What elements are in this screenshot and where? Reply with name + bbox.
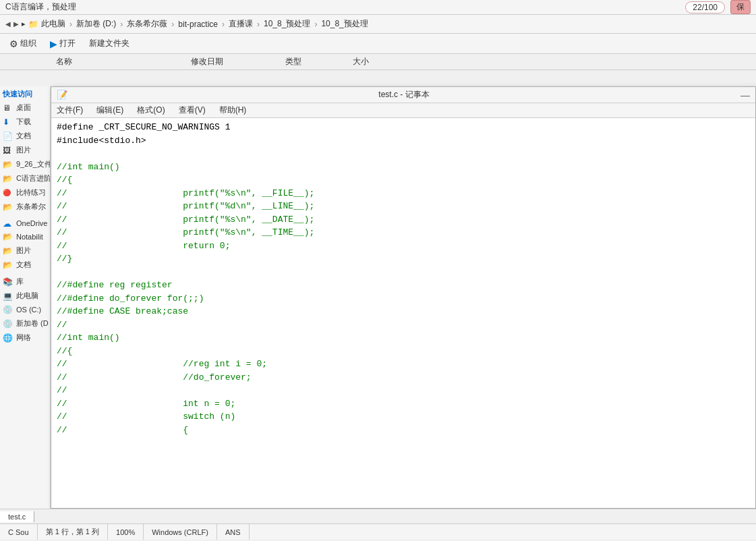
code-line-16: // [57,320,67,330]
nav-bar: ◀ ▶ ▸ 📁 此电脑 › 新加卷 (D:) › 东条希尔薇 › bit-pra… [0,15,756,34]
bottom-area: test.c C Sou 第 1 行，第 1 列 100% Windows (C… [0,509,756,541]
code-line-2: #include<stdio.h> [57,136,146,146]
sep6: › [314,20,317,29]
open-button[interactable]: ▶ 打开 [46,36,80,51]
forward-arrow[interactable]: ▶ [13,20,19,28]
status-position: 第 1 行，第 1 列 [38,524,108,540]
sidebar-item-osdrive[interactable]: OS (C:) [0,303,50,316]
pics2-label: 图片 [16,246,31,256]
status-line-ending: Windows (CRLF) [144,524,217,540]
code-line-10: // return 0; [57,241,230,251]
organize-label: 组织 [20,38,36,49]
code-line-6: // printf("%s\n", __FILE__); [57,188,314,198]
status-encoding: ANS [217,524,250,540]
thispc-icon [3,291,13,301]
sidebar-item-onedrive[interactable]: OneDrive [0,217,50,230]
notepad-close-button[interactable]: — [740,90,750,101]
score-badge: 22/100 [685,1,725,13]
nav-folder2[interactable]: bit-practice [178,20,218,29]
sidebar-item-pics[interactable]: 图片 [0,143,50,157]
save-button[interactable]: 保 [730,0,751,14]
menu-file[interactable]: 文件(F) [54,105,86,116]
nav-folder5[interactable]: 10_8_预处理 [321,18,368,30]
sidebar-item-926[interactable]: 9_26_文件 [0,157,50,171]
col-name[interactable]: 名称 [51,56,185,67]
main-area: 快速访问 桌面 下载 文档 图片 9_26_文件 [0,86,756,509]
sidebar-item-docs2[interactable]: 文档 [0,258,50,272]
menu-edit[interactable]: 编辑(E) [94,105,126,116]
code-line-17: //int main() [57,333,120,343]
nav-folder4[interactable]: 10_8_预处理 [264,18,310,30]
folder-926-icon [3,160,13,169]
col-type[interactable]: 类型 [280,56,347,67]
desktop-label: 桌面 [16,103,31,113]
col-size[interactable]: 大小 [347,56,401,67]
osdrive-icon [3,305,13,314]
sep4: › [222,20,225,29]
notepad-title-icon: 📝 [57,90,67,100]
sidebar-item-bitex[interactable]: 比特练习 [0,186,50,200]
dongtiaoxi-icon [3,202,13,212]
bitex-icon [3,188,13,198]
code-line-1: #define _CRT_SECURE_NO_WARNINGS 1 [57,122,230,132]
new-folder-button[interactable]: 新建文件夹 [85,36,134,51]
newdrive-label: 新加卷 (D [16,318,49,329]
status-zoom: 100% [108,524,144,540]
code-line-20: // //do_forever; [57,372,252,382]
nav-folder1[interactable]: 东条希尔薇 [127,18,167,30]
notability-icon [3,232,13,241]
quick-access-label: 快速访问 [0,86,50,101]
code-line-4: //int main() [57,162,120,172]
tab-testc[interactable]: test.c [0,511,34,522]
sidebar-item-desktop[interactable]: 桌面 [0,101,50,115]
nav-drive[interactable]: 新加卷 (D:) [76,18,116,30]
code-line-19: // //reg int i = 0; [57,359,267,369]
sidebar-item-newdrive[interactable]: 新加卷 (D [0,316,50,331]
title-text: C语言编译，预处理 [5,1,76,13]
onedrive-label: OneDrive [16,219,47,227]
nav-separator: ▸ [22,20,26,28]
sep1: › [69,20,72,29]
nav-folder3[interactable]: 直播课 [229,18,253,30]
sidebar-item-docs[interactable]: 文档 [0,129,50,143]
notepad-titlebar: 📝 test.c - 记事本 — [51,87,755,103]
tab-bar: test.c [0,509,756,523]
notepad-title: test.c - 记事本 [378,89,429,101]
thispc-label: 此电脑 [16,291,38,301]
sidebar-item-network[interactable]: 网络 [0,331,50,345]
code-line-24: // { [57,425,188,435]
code-line-21: // [57,385,67,395]
col-modified[interactable]: 修改日期 [185,56,280,67]
open-label: 打开 [59,38,76,49]
sidebar-item-lib[interactable]: 库 [0,275,50,289]
sidebar-item-notability[interactable]: Notabilit [0,230,50,244]
nav-this-pc[interactable]: 此电脑 [41,18,65,30]
folder-icon: 📁 [28,20,38,29]
notepad-content[interactable]: #define _CRT_SECURE_NO_WARNINGS 1 #inclu… [51,118,755,508]
docs2-label: 文档 [16,260,31,270]
menu-format[interactable]: 格式(O) [134,105,167,116]
sidebar-item-dongtiaoxi[interactable]: 东条希尔 [0,200,50,214]
code-line-15: //#define CASE break;case [57,306,188,316]
back-arrow[interactable]: ◀ [5,20,11,28]
sep5: › [257,20,260,29]
sidebar-item-clang[interactable]: C语言进阶 [0,171,50,186]
sidebar-item-thispc[interactable]: 此电脑 [0,289,50,303]
menu-help[interactable]: 帮助(H) [216,105,250,116]
organize-button[interactable]: ⚙ 组织 [5,36,40,51]
download-icon [3,117,13,127]
menu-view[interactable]: 查看(V) [176,105,208,116]
code-line-23: // switch (n) [57,411,235,422]
code-line-13: //#define reg register [57,280,173,290]
notepad-window: 📝 test.c - 记事本 — 文件(F) 编辑(E) 格式(O) 查看(V)… [51,86,756,509]
toolbar: ⚙ 组织 ▶ 打开 新建文件夹 [0,34,756,54]
sidebar-item-pics2[interactable]: 图片 [0,244,50,258]
status-bar: C Sou 第 1 行，第 1 列 100% Windows (CRLF) AN… [0,523,756,540]
sidebar-item-download[interactable]: 下载 [0,115,50,129]
folder-clang-label: C语言进阶 [16,173,50,183]
pics-icon [3,146,13,155]
osdrive-label: OS (C:) [16,306,41,314]
bitex-label: 比特练习 [16,188,46,198]
pics-label: 图片 [16,145,31,155]
folder-926-label: 9_26_文件 [16,159,50,169]
